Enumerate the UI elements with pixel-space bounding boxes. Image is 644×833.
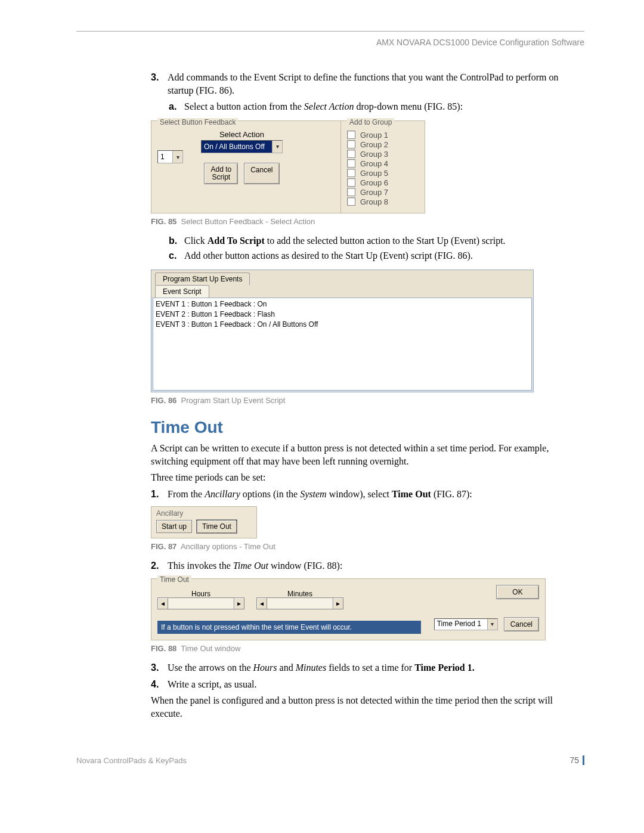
timeout-paragraph-3: When the panel is configured and a butto… — [151, 694, 584, 720]
arrow-left-icon: ◂ — [157, 597, 168, 609]
step-text: From the Ancillary options (in the Syste… — [168, 488, 472, 501]
group-checkbox-row[interactable]: Group 4 — [347, 159, 419, 168]
arrow-right-icon: ▸ — [234, 597, 244, 609]
checkbox-icon — [347, 197, 355, 206]
chevron-down-icon — [487, 619, 497, 630]
group-checkbox-row[interactable]: Group 1 — [347, 131, 419, 140]
checkbox-icon — [347, 150, 355, 158]
hours-label: Hours — [157, 590, 244, 598]
step-3a-letter: a. — [169, 100, 179, 113]
group-checkbox-row[interactable]: Group 2 — [347, 140, 419, 149]
step-2: 2. This invokes the Time Out window (FIG… — [151, 559, 584, 572]
event-line: EVENT 3 : Button 1 Feedback : On / All B… — [156, 320, 529, 330]
chevron-down-icon — [172, 151, 182, 163]
step-3a: a. Select a button action from the Selec… — [169, 100, 584, 113]
add-to-script-button[interactable]: Add to Script — [204, 163, 238, 184]
time-period-dropdown[interactable]: Time Period 1 — [434, 618, 498, 630]
step-3c: c. Add other button actions as desired t… — [169, 249, 584, 262]
step-3b: b. Click Add To Script to add the select… — [169, 234, 584, 247]
startup-button[interactable]: Start up — [156, 520, 192, 533]
page-number: 75 — [569, 755, 579, 765]
fig86-panel: Program Start Up Events Event Script EVE… — [151, 270, 534, 392]
fig87-caption: FIG. 87 Ancillary options - Time Out — [151, 542, 584, 551]
panel-legend: Add to Group — [347, 118, 394, 126]
tab-program-startup-events[interactable]: Program Start Up Events — [155, 272, 250, 285]
step-3-later: 3. Use the arrows on the Hours and Minut… — [151, 661, 584, 674]
step-num: 3. — [151, 661, 160, 674]
fig85-caption: FIG. 85 Select Button Feedback - Select … — [151, 217, 584, 226]
event-line: EVENT 2 : Button 1 Feedback : Flash — [156, 309, 529, 320]
group-checkbox-row[interactable]: Group 8 — [347, 197, 419, 206]
timeout-button[interactable]: Time Out — [197, 520, 237, 533]
step-letter: b. — [169, 234, 179, 247]
step-1: 1. From the Ancillary options (in the Sy… — [151, 488, 584, 501]
step-3-text: Add commands to the Event Script to defi… — [168, 71, 584, 97]
checkbox-icon — [347, 131, 355, 139]
chevron-down-icon — [272, 141, 282, 153]
add-to-group-panel: Add to Group Group 1 Group 2 Group 3 Gro… — [341, 120, 425, 213]
running-header: AMX NOVARA DCS1000 Device Configuration … — [76, 38, 584, 47]
minutes-label: Minutes — [256, 590, 343, 598]
timeout-paragraph-2: Three time periods can be set: — [151, 471, 584, 484]
step-text: Use the arrows on the Hours and Minutes … — [168, 661, 475, 674]
footer-left: Novara ControlPads & KeyPads — [76, 756, 187, 765]
button-number-dropdown[interactable]: 1 — [157, 150, 183, 163]
checkbox-icon — [347, 178, 355, 187]
select-button-feedback-panel: Select Button Feedback 1 Select Action O… — [151, 120, 341, 213]
panel-legend: Ancillary — [156, 509, 183, 518]
page-footer: Novara ControlPads & KeyPads 75 — [76, 755, 584, 765]
timeout-paragraph-1: A Script can be written to execute if a … — [151, 442, 584, 467]
step-text: Click Add To Script to add the selected … — [184, 234, 506, 247]
group-checkbox-row[interactable]: Group 5 — [347, 169, 419, 178]
tab-event-script[interactable]: Event Script — [155, 285, 209, 298]
select-action-dropdown[interactable]: On / All Buttons Off — [201, 140, 283, 153]
group-checkbox-row[interactable]: Group 3 — [347, 150, 419, 159]
step-3-number: 3. — [151, 71, 160, 97]
step-letter: c. — [169, 249, 179, 262]
checkbox-icon — [347, 169, 355, 177]
header-rule — [76, 31, 584, 32]
panel-legend: Select Button Feedback — [157, 118, 238, 126]
arrow-left-icon: ◂ — [256, 597, 267, 609]
checkbox-icon — [347, 140, 355, 148]
checkbox-icon — [347, 188, 355, 196]
step-text: Add other button actions as desired to t… — [184, 249, 473, 262]
cancel-button[interactable]: Cancel — [504, 617, 539, 631]
group-checkbox-row[interactable]: Group 6 — [347, 178, 419, 187]
timeout-message-bar: If a button is not pressed within the se… — [157, 621, 421, 634]
step-num: 1. — [151, 488, 160, 501]
fig86-caption: FIG. 86 Program Start Up Event Script — [151, 396, 584, 405]
event-line: EVENT 1 : Button 1 Feedback : On — [156, 299, 529, 309]
select-action-label: Select Action — [201, 130, 283, 139]
panel-legend: Time Out — [157, 575, 191, 584]
step-num: 2. — [151, 559, 160, 572]
minutes-spinner[interactable]: ◂ ▸ — [256, 598, 343, 609]
cancel-button[interactable]: Cancel — [244, 163, 279, 184]
checkbox-icon — [347, 159, 355, 168]
step-num: 4. — [151, 678, 160, 691]
step-4: 4. Write a script, as usual. — [151, 678, 584, 691]
ok-button[interactable]: OK — [496, 585, 539, 599]
fig88-panel: Time Out Hours ◂ ▸ Minutes ◂ ▸ — [151, 578, 546, 640]
hours-spinner[interactable]: ◂ ▸ — [157, 598, 244, 609]
fig85-panel: Select Button Feedback 1 Select Action O… — [151, 120, 425, 213]
event-script-list[interactable]: EVENT 1 : Button 1 Feedback : On EVENT 2… — [153, 298, 532, 391]
step-text: Write a script, as usual. — [168, 678, 257, 691]
group-checkbox-row[interactable]: Group 7 — [347, 188, 419, 197]
fig88-caption: FIG. 88 Time Out window — [151, 644, 584, 653]
step-3: 3. Add commands to the Event Script to d… — [151, 71, 584, 97]
step-3a-text: Select a button action from the Select A… — [184, 100, 463, 113]
arrow-right-icon: ▸ — [333, 597, 343, 609]
fig87-panel: Ancillary Start up Time Out — [151, 506, 257, 538]
step-text: This invokes the Time Out window (FIG. 8… — [168, 559, 342, 572]
section-title-time-out: Time Out — [151, 418, 584, 437]
